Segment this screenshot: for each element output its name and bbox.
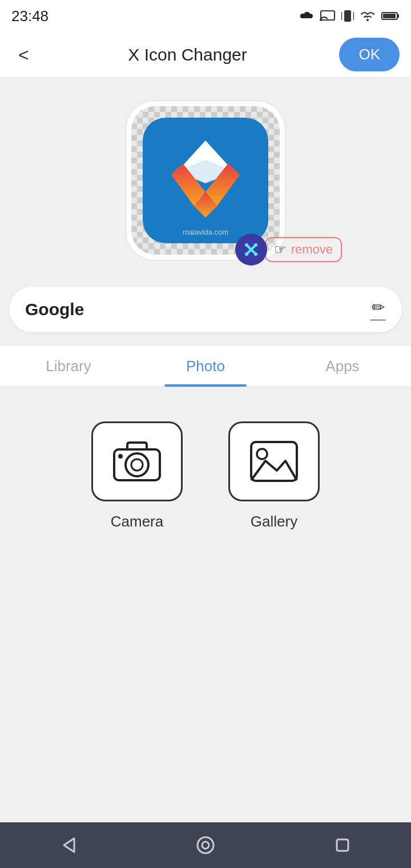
tab-apps[interactable]: Apps <box>274 346 411 387</box>
icon-frame-inner: malavida.com <box>131 106 280 255</box>
svg-text:malavida.com: malavida.com <box>183 228 228 236</box>
camera-label: Camera <box>111 513 163 531</box>
recent-nav-button[interactable] <box>325 828 360 862</box>
photo-content-area: Camera Gallery <box>0 387 411 616</box>
svg-point-18 <box>245 243 248 247</box>
tab-apps-label: Apps <box>325 357 359 375</box>
tab-library[interactable]: Library <box>0 346 137 387</box>
app-name-text: Google <box>25 300 84 319</box>
remove-label: remove <box>291 242 333 257</box>
tab-bar: Library Photo Apps <box>0 346 411 387</box>
tab-photo[interactable]: Photo <box>137 346 274 387</box>
hand-icon: ☞ <box>274 242 287 258</box>
remove-x-button[interactable] <box>235 234 267 266</box>
app-icon: malavida.com <box>143 118 268 243</box>
edit-name-button[interactable]: ✏ <box>370 298 386 321</box>
gallery-option[interactable]: Gallery <box>228 421 320 531</box>
icon-preview-area: malavida.com <box>0 78 411 278</box>
svg-point-23 <box>126 453 148 476</box>
camera-option[interactable]: Camera <box>91 421 183 531</box>
home-nav-icon <box>195 835 216 855</box>
icon-frame: malavida.com <box>126 101 285 260</box>
gallery-label: Gallery <box>251 513 297 531</box>
svg-point-24 <box>131 459 143 471</box>
gallery-icon <box>248 439 300 484</box>
svg-point-1 <box>320 19 322 21</box>
name-field: Google ✏ <box>9 287 402 332</box>
svg-rect-7 <box>397 14 399 18</box>
tab-photo-label: Photo <box>186 357 225 375</box>
page-title: X Icon Changer <box>36 45 340 65</box>
camera-icon-box <box>91 421 183 501</box>
camera-icon <box>111 439 163 484</box>
svg-rect-26 <box>251 442 297 481</box>
svg-point-19 <box>254 243 257 247</box>
svg-rect-31 <box>337 839 348 851</box>
recent-nav-icon <box>332 835 353 855</box>
svg-rect-2 <box>344 10 351 22</box>
tab-photo-underline <box>164 384 247 387</box>
gallery-icon-box <box>228 421 320 501</box>
cloud-icon <box>298 10 314 22</box>
ok-button[interactable]: OK <box>339 38 400 71</box>
back-nav-icon <box>58 835 79 855</box>
battery-icon <box>381 11 400 21</box>
remove-tag[interactable]: ☞ remove <box>265 237 342 262</box>
svg-rect-8 <box>383 14 396 18</box>
vibrate-icon <box>341 9 354 23</box>
edit-underline <box>370 319 386 321</box>
svg-point-25 <box>118 454 123 459</box>
back-nav-button[interactable] <box>51 828 86 862</box>
top-nav-bar: < X Icon Changer OK <box>0 32 411 78</box>
main-content: malavida.com <box>0 78 411 661</box>
tab-library-label: Library <box>46 357 91 375</box>
svg-point-21 <box>254 252 257 256</box>
status-bar: 23:48 <box>0 0 411 32</box>
svg-point-30 <box>202 842 209 849</box>
bottom-nav-bar <box>0 822 411 868</box>
svg-point-20 <box>245 252 248 256</box>
svg-marker-28 <box>64 838 74 852</box>
svg-point-29 <box>198 837 213 853</box>
status-icons <box>298 9 400 23</box>
pencil-icon: ✏ <box>372 298 385 317</box>
wifi-icon <box>360 10 376 22</box>
svg-point-5 <box>366 19 369 21</box>
home-nav-button[interactable] <box>188 828 223 862</box>
back-button[interactable]: < <box>11 41 36 69</box>
remove-overlay: ☞ remove <box>235 234 342 266</box>
svg-point-27 <box>257 449 267 459</box>
cast-icon <box>320 10 336 22</box>
status-time: 23:48 <box>11 7 49 25</box>
